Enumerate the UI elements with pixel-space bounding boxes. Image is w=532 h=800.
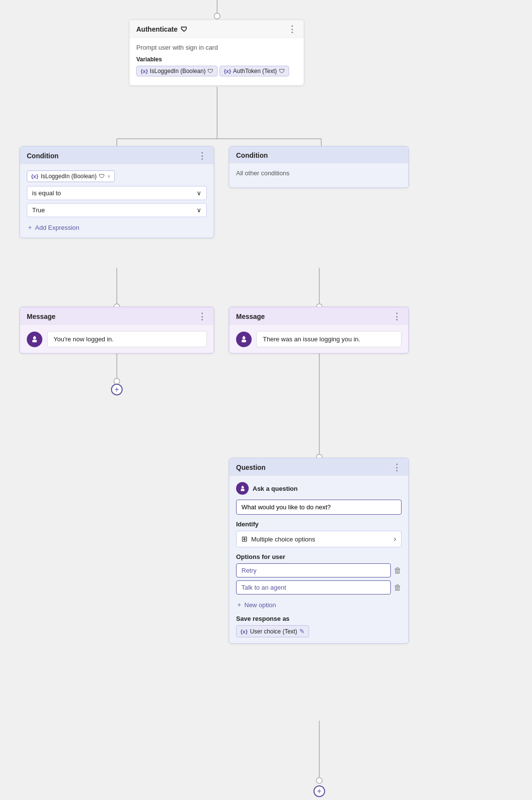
svg-point-23 [243, 335, 244, 336]
message-right-header: Message ⋮ [229, 307, 408, 325]
bot-icon-left [30, 335, 39, 344]
message-right-row: There was an issue logging you in. [236, 331, 402, 347]
condition-tag-shield: 🛡 [99, 173, 105, 180]
message-right-card: Message ⋮ There was an issue logging you… [229, 307, 409, 353]
condition-left-body: {x} IsLoggedIn (Boolean) 🛡 × is equal to… [20, 165, 214, 238]
authenticate-card: Authenticate 🛡 ⋮ Prompt user with sign i… [129, 19, 304, 86]
message-left-card: Message ⋮ You're now logged in. [19, 307, 214, 353]
condition-tag-icon: {x} [31, 173, 38, 179]
is-logged-in-chip: {x} IsLoggedIn (Boolean) 🛡 [136, 66, 218, 76]
condition-right-header-left: Condition [236, 151, 268, 159]
message-right-title: Message [236, 313, 265, 320]
new-option-button[interactable]: ＋ New option [236, 600, 276, 609]
svg-point-27 [242, 485, 243, 486]
value-dropdown[interactable]: True ∨ [27, 203, 207, 217]
delete-option-2[interactable]: 🗑 [394, 583, 402, 592]
bot-avatar-right [236, 332, 252, 347]
message-left-bubble: You're now logged in. [47, 331, 207, 347]
canvas: Authenticate 🛡 ⋮ Prompt user with sign i… [0, 0, 532, 800]
condition-left-menu[interactable]: ⋮ [198, 151, 207, 160]
message-right-bubble: There was an issue logging you in. [257, 331, 402, 347]
bot-icon-right [239, 335, 248, 344]
plus-icon-bottom: + [317, 787, 321, 796]
identify-dropdown[interactable]: ⊞ Multiple choice options › [236, 531, 402, 547]
ask-question-row: Ask a question [236, 482, 402, 495]
plus-node-bottom[interactable]: + [313, 785, 325, 797]
question-header-left: Question [236, 464, 266, 471]
chip-icon-2: {x} [224, 68, 231, 74]
question-header: Question ⋮ [229, 458, 408, 476]
condition-right-description: All other conditions [236, 169, 402, 177]
option-input-1[interactable] [236, 563, 391, 577]
condition-left-card: Condition ⋮ {x} IsLoggedIn (Boolean) 🛡 ×… [19, 146, 214, 238]
save-response-value: User choice (Text) [250, 628, 297, 635]
chip-icon-1: {x} [141, 68, 148, 74]
ask-question-label: Ask a question [253, 485, 297, 492]
delete-option-1[interactable]: 🗑 [394, 566, 402, 575]
options-label: Options for user [236, 553, 402, 560]
authenticate-menu[interactable]: ⋮ [288, 25, 297, 34]
svg-rect-21 [242, 339, 246, 342]
auth-token-label: AuthToken (Text) [233, 68, 277, 74]
new-option-plus: ＋ [236, 600, 242, 609]
message-left-row: You're now logged in. [27, 331, 207, 347]
new-option-label: New option [244, 601, 276, 609]
message-left-header: Message ⋮ [20, 307, 214, 325]
chip-shield-1: 🛡 [207, 68, 213, 74]
add-expression-plus: ＋ [27, 223, 33, 232]
svg-point-19 [34, 335, 35, 336]
question-text-input[interactable] [236, 500, 402, 515]
save-response-label: Save response as [236, 615, 402, 622]
value-label: True [32, 206, 45, 214]
svg-point-1 [214, 13, 220, 19]
add-expression-label: Add Expression [35, 224, 79, 231]
message-right-menu[interactable]: ⋮ [392, 312, 402, 321]
question-card: Question ⋮ Ask a question Identify [229, 458, 409, 644]
message-left-header-left: Message [27, 313, 55, 320]
message-right-body: There was an issue logging you in. [229, 325, 408, 353]
condition-left-header: Condition ⋮ [20, 147, 214, 165]
plus-icon-left: + [114, 385, 119, 394]
operator-dropdown[interactable]: is equal to ∨ [27, 186, 207, 200]
plus-node-left[interactable]: + [111, 384, 123, 395]
edit-save-response[interactable]: ✎ [299, 628, 305, 635]
question-menu[interactable]: ⋮ [392, 463, 402, 472]
message-right-header-left: Message [236, 313, 265, 320]
chevron-right-identify: › [394, 535, 396, 543]
identify-label: Identify [236, 521, 402, 528]
authenticate-header: Authenticate 🛡 ⋮ [129, 20, 304, 38]
authenticate-description: Prompt user with sign in card [136, 44, 297, 51]
question-title: Question [236, 464, 266, 471]
add-expression-button[interactable]: ＋ Add Expression [27, 223, 79, 232]
svg-point-15 [316, 778, 322, 783]
message-left-title: Message [27, 313, 55, 320]
grid-icon: ⊞ [241, 535, 248, 543]
variables-label: Variables [136, 56, 297, 63]
svg-rect-25 [240, 489, 244, 491]
chip-shield-2: 🛡 [279, 68, 285, 74]
save-response-chip: {x} User choice (Text) ✎ [236, 625, 309, 637]
bot-avatar-left [27, 332, 42, 347]
svg-rect-17 [33, 339, 37, 342]
condition-right-header: Condition [229, 147, 408, 164]
message-left-body: You're now logged in. [20, 325, 214, 353]
message-left-menu[interactable]: ⋮ [198, 312, 207, 321]
authenticate-body: Prompt user with sign in card Variables … [129, 38, 304, 85]
option-row-1: 🗑 [236, 563, 402, 577]
identify-value: Multiple choice options [251, 536, 315, 543]
chevron-down-value: ∨ [197, 206, 202, 214]
is-logged-in-label: IsLoggedIn (Boolean) [150, 68, 206, 74]
chevron-down-operator: ∨ [197, 189, 202, 197]
authenticate-header-left: Authenticate 🛡 [136, 25, 187, 33]
condition-right-title: Condition [236, 151, 268, 159]
bot-avatar-question [236, 482, 249, 495]
auth-token-chip: {x} AuthToken (Text) 🛡 [220, 66, 289, 76]
condition-left-title: Condition [27, 152, 58, 160]
option-row-2: 🗑 [236, 580, 402, 595]
condition-tag-label: IsLoggedIn (Boolean) [41, 173, 97, 180]
bot-icon-question [239, 485, 246, 492]
operator-label: is equal to [32, 189, 61, 197]
condition-tag: {x} IsLoggedIn (Boolean) 🛡 × [27, 170, 115, 182]
option-input-2[interactable] [236, 580, 391, 595]
condition-tag-close[interactable]: × [107, 173, 110, 179]
